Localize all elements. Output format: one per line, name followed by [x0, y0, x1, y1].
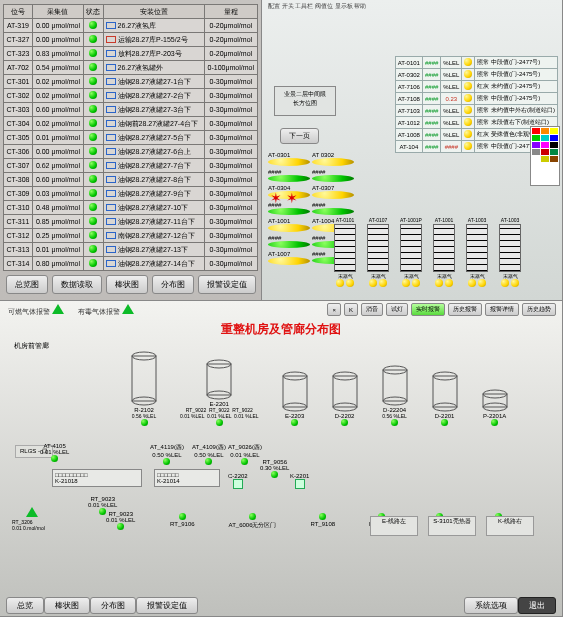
tag-id: CT-307 — [4, 159, 33, 173]
sensor-node[interactable]: RT_90560.30 %LEL — [260, 459, 289, 479]
table-row[interactable]: CT-3020.02 μmol/mol 油钢28.27液罐27-2台下0-30μ… — [4, 89, 258, 103]
footer-button[interactable]: 系统选项 — [464, 597, 518, 614]
sensor-node[interactable]: AT_9026(西)0.01 %LEL — [228, 443, 262, 466]
nav-button[interactable]: 报警设定值 — [198, 275, 256, 294]
nav-button[interactable]: 数据读取 — [52, 275, 102, 294]
link-icon[interactable] — [106, 120, 116, 127]
link-icon[interactable] — [106, 78, 116, 85]
palette-swatch[interactable] — [532, 149, 540, 155]
palette-swatch[interactable] — [550, 128, 558, 134]
sensor-node[interactable]: AT_4119(西)0.50 %LEL — [150, 443, 184, 466]
table-row[interactable]: CT-3230.83 μmol/mol 放料28.27库P-203号0-20μm… — [4, 47, 258, 61]
tab-button[interactable]: 报警详情 — [485, 303, 519, 316]
status-row[interactable]: AT-7103####%LEL照常 未约值中外右(制道站口) — [395, 105, 557, 117]
side-label: #### — [312, 202, 354, 216]
next-page-button[interactable]: 下一页 — [280, 128, 319, 144]
palette-swatch[interactable] — [532, 135, 540, 141]
sensor-node[interactable]: K-2201 — [290, 473, 309, 490]
table-row[interactable]: CT-3030.60 μmol/mol 油钢28.27液罐27-3台下0-30μ… — [4, 103, 258, 117]
table-row[interactable]: CT-3120.25 μmol/mol 南钢28.27液罐27-12台下0-30… — [4, 229, 258, 243]
link-icon[interactable] — [106, 50, 116, 57]
footer-button[interactable]: 报警设定值 — [136, 597, 198, 614]
palette-swatch[interactable] — [541, 156, 549, 162]
sensor-node[interactable]: RT_9106 — [170, 513, 195, 530]
link-icon[interactable] — [106, 106, 116, 113]
footer-button[interactable]: 棒状图 — [44, 597, 90, 614]
table-row[interactable]: AT-3190.00 μmol/mol 26.27液氢库0-20μmol/mol — [4, 19, 258, 33]
table-row[interactable]: AT-7020.54 μmol/mol 26.27液氢罐外0-100μmol/m… — [4, 61, 258, 75]
palette-swatch[interactable] — [532, 128, 540, 134]
link-icon[interactable] — [106, 134, 116, 141]
range-cell: 0-30μmol/mol — [204, 215, 257, 229]
palette-swatch[interactable] — [550, 142, 558, 148]
palette-swatch[interactable] — [550, 156, 558, 162]
nav-button[interactable]: 总览图 — [6, 275, 48, 294]
link-icon[interactable] — [106, 260, 116, 267]
table-row[interactable]: CT-3090.03 μmol/mol 油钢28.27液罐27-9台下0-30μ… — [4, 187, 258, 201]
sensor-node[interactable]: RT_90230.01 %LEL — [106, 511, 135, 531]
status-row[interactable]: AT-0101####%LEL照常 中段值(门-2477号) — [395, 57, 557, 69]
top-button[interactable]: × — [327, 303, 341, 316]
table-row[interactable]: CT-3060.00 μmol/mol 油钢28.27液罐27-6台上0-30μ… — [4, 145, 258, 159]
link-icon[interactable] — [106, 22, 116, 29]
location-cell: 油钢28.27液罐27-7台下 — [103, 159, 204, 173]
table-row[interactable]: CT-3140.80 μmol/mol 油钢28.27液罐27-14台下0-30… — [4, 257, 258, 271]
link-icon[interactable] — [106, 218, 116, 225]
status-cell — [83, 33, 103, 47]
node-dot-icon — [233, 479, 243, 489]
footer-button[interactable]: 总览 — [6, 597, 44, 614]
link-icon[interactable] — [106, 176, 116, 183]
link-icon[interactable] — [106, 92, 116, 99]
line-box[interactable]: S-3101壳热器 — [428, 516, 476, 536]
palette-swatch[interactable] — [541, 128, 549, 134]
table-row[interactable]: CT-3110.85 μmol/mol 油钢28.27液罐27-11台下0-30… — [4, 215, 258, 229]
nav-button[interactable]: 分布图 — [152, 275, 194, 294]
status-row[interactable]: AT-7108####0.23照常 中段值(门-2475号) — [395, 93, 557, 105]
range-cell: 0-20μmol/mol — [204, 47, 257, 61]
palette-swatch[interactable] — [532, 142, 540, 148]
table-row[interactable]: CT-3080.60 μmol/mol 油钢28.27液罐27-8台下0-30μ… — [4, 173, 258, 187]
p2-toolbar[interactable]: 配置 开关 工具栏 阀值位 显示板 帮助 — [268, 2, 366, 11]
footer-button[interactable]: 退出 — [518, 597, 556, 614]
status-row[interactable]: AT-7106####%LEL红灰 未约值(门-2475号) — [395, 81, 557, 93]
table-row[interactable]: CT-3040.02 μmol/mol 油钢前28.27液罐27-4台下0-30… — [4, 117, 258, 131]
tab-button[interactable]: 历史报警 — [448, 303, 482, 316]
nav-button[interactable]: 棒状图 — [106, 275, 148, 294]
table-row[interactable]: CT-3070.62 μmol/mol 油钢28.27液罐27-7台下0-30μ… — [4, 159, 258, 173]
top-button[interactable]: K — [344, 303, 358, 316]
sensor-node[interactable]: RT_9108 — [310, 513, 335, 530]
color-palette[interactable] — [530, 126, 560, 186]
link-icon[interactable] — [106, 232, 116, 239]
link-icon[interactable] — [106, 36, 116, 43]
sensor-node[interactable]: AT-41050.01 %LEL — [40, 443, 69, 463]
table-row[interactable]: CT-3270.00 μmol/mol 运输28.27库P-155/2号0-20… — [4, 33, 258, 47]
palette-swatch[interactable] — [550, 135, 558, 141]
line-box[interactable]: K-线路右 — [486, 516, 534, 536]
palette-swatch[interactable] — [541, 142, 549, 148]
palette-swatch[interactable] — [541, 149, 549, 155]
link-icon[interactable] — [106, 190, 116, 197]
top-button[interactable]: 试灯 — [386, 303, 408, 316]
table-row[interactable]: CT-3050.01 μmol/mol 油钢28.27液罐27-5台下0-30μ… — [4, 131, 258, 145]
triangle-icon — [26, 507, 38, 517]
status-row[interactable]: AT-0302####%LEL照常 中段值(门-2475号) — [395, 69, 557, 81]
palette-swatch[interactable] — [550, 149, 558, 155]
palette-swatch[interactable] — [532, 156, 540, 162]
table-row[interactable]: CT-3100.48 μmol/mol 油钢28.27液罐27-10下0-30μ… — [4, 201, 258, 215]
table-row[interactable]: CT-3130.01 μmol/mol 油钢28.27液罐27-13下0-30μ… — [4, 243, 258, 257]
tab-button[interactable]: 历史趋势 — [522, 303, 556, 316]
sensor-node[interactable]: AT_4109(西)0.50 %LEL — [192, 443, 226, 466]
link-icon[interactable] — [106, 162, 116, 169]
table-row[interactable]: CT-3010.02 μmol/mol 油钢28.27液罐27-1台下0-30μ… — [4, 75, 258, 89]
footer-button[interactable]: 分布图 — [90, 597, 136, 614]
link-icon[interactable] — [106, 246, 116, 253]
link-icon[interactable] — [106, 64, 116, 71]
palette-swatch[interactable] — [541, 135, 549, 141]
sensor-node[interactable]: C-2202 — [228, 473, 248, 490]
line-box[interactable]: E-线路左 — [370, 516, 418, 536]
sensor-node[interactable]: AT_6006无分区门 — [229, 513, 277, 530]
link-icon[interactable] — [106, 204, 116, 211]
top-button[interactable]: 消音 — [361, 303, 383, 316]
tab-button[interactable]: 实时报警 — [411, 303, 445, 316]
link-icon[interactable] — [106, 148, 116, 155]
